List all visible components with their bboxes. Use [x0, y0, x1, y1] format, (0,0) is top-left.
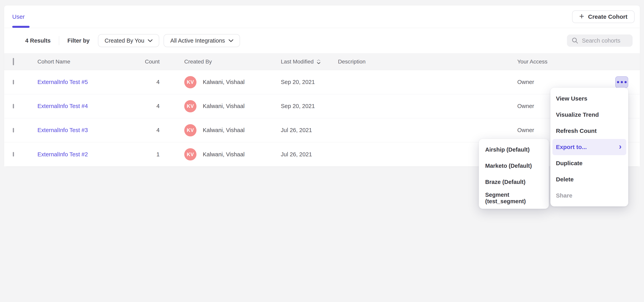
menu-item-export-to[interactable]: Export to... ›	[552, 139, 626, 155]
column-header-description: Description	[338, 58, 517, 65]
row-checkbox[interactable]	[13, 80, 14, 84]
tab-user-label: User	[12, 14, 25, 20]
submenu-item-marketo[interactable]: Marketo (Default)	[479, 158, 549, 174]
column-header-cohort-name: Cohort Name	[38, 58, 126, 65]
last-modified-date: Sep 20, 2021	[281, 103, 315, 109]
access-value: Owner	[517, 79, 534, 85]
submenu-item-airship[interactable]: Airship (Default)	[479, 142, 549, 158]
chevron-down-icon	[228, 39, 233, 42]
create-cohort-button[interactable]: + Create Cohort	[572, 10, 634, 23]
select-all-checkbox[interactable]	[13, 58, 14, 65]
column-header-count: Count	[126, 58, 160, 65]
cohort-count: 4	[156, 103, 160, 109]
column-header-last-modified[interactable]: Last Modified	[281, 58, 338, 65]
last-modified-date: Jul 26, 2021	[281, 127, 312, 133]
cohorts-page: User + Create Cohort 4 Results Filter by…	[0, 0, 644, 302]
row-checkbox[interactable]	[13, 152, 14, 156]
access-value: Owner	[517, 103, 534, 109]
menu-item-share: Share	[552, 188, 626, 204]
export-submenu: Airship (Default) Marketo (Default) Braz…	[479, 139, 549, 209]
avatar: KV	[184, 148, 196, 160]
column-header-created-by: Created By	[160, 58, 281, 65]
filter-by-label: Filter by	[68, 38, 90, 44]
menu-item-visualize-trend[interactable]: Visualize Trend	[552, 107, 626, 123]
created-by-filter-label: Created By You	[105, 38, 144, 44]
menu-item-view-users[interactable]: View Users	[552, 90, 626, 107]
table-header: Cohort Name Count Created By Last Modifi…	[4, 53, 640, 70]
search-input[interactable]	[582, 38, 628, 44]
tab-bar: User + Create Cohort	[4, 6, 640, 28]
menu-item-duplicate[interactable]: Duplicate	[552, 155, 626, 171]
cohort-name-link[interactable]: ExternalInfo Test #3	[38, 127, 88, 133]
active-tab-underline	[12, 26, 30, 28]
last-modified-date: Jul 26, 2021	[281, 151, 312, 158]
cohort-count: 4	[156, 79, 160, 85]
chevron-down-icon	[148, 39, 152, 42]
tab-user[interactable]: User	[12, 6, 25, 28]
avatar: KV	[184, 76, 196, 88]
table-row: ExternalInfo Test #3 4 KV Kalwani, Visha…	[4, 118, 640, 142]
cohort-count: 4	[156, 127, 160, 133]
menu-item-delete[interactable]: Delete	[552, 171, 626, 188]
created-by-name: Kalwani, Vishaal	[203, 79, 244, 85]
row-actions-menu: View Users Visualize Trend Refresh Count…	[550, 88, 628, 206]
cohort-count: 1	[156, 151, 160, 158]
cohort-name-link[interactable]: ExternalInfo Test #4	[38, 103, 88, 109]
integrations-filter-dropdown[interactable]: All Active Integrations	[164, 34, 240, 47]
table-row: ExternalInfo Test #4 4 KV Kalwani, Visha…	[4, 94, 640, 118]
table-row: ExternalInfo Test #5 4 KV Kalwani, Visha…	[4, 70, 640, 94]
sort-icon	[317, 59, 320, 64]
avatar: KV	[184, 124, 196, 136]
row-checkbox[interactable]	[13, 104, 14, 108]
created-by-name: Kalwani, Vishaal	[203, 103, 244, 110]
submenu-arrow-icon: ›	[619, 142, 622, 150]
cohort-name-link[interactable]: ExternalInfo Test #5	[38, 79, 88, 85]
created-by-filter-dropdown[interactable]: Created By You	[98, 34, 160, 47]
created-by-name: Kalwani, Vishaal	[203, 127, 244, 134]
filter-toolbar: 4 Results Filter by Created By You All A…	[4, 28, 640, 53]
create-cohort-label: Create Cohort	[588, 14, 628, 20]
submenu-item-segment[interactable]: Segment (test_segment)	[479, 190, 549, 206]
row-checkbox[interactable]	[13, 128, 14, 132]
submenu-item-braze[interactable]: Braze (Default)	[479, 174, 549, 190]
results-count: 4 Results	[25, 38, 51, 44]
menu-item-refresh-count[interactable]: Refresh Count	[552, 123, 626, 139]
row-actions-button[interactable]	[615, 76, 628, 88]
plus-icon: +	[579, 12, 584, 20]
integrations-filter-label: All Active Integrations	[170, 38, 225, 44]
last-modified-date: Sep 20, 2021	[281, 79, 315, 85]
access-value: Owner	[517, 127, 534, 133]
cohort-name-link[interactable]: ExternalInfo Test #2	[38, 151, 88, 158]
created-by-name: Kalwani, Vishaal	[203, 151, 244, 158]
avatar: KV	[184, 100, 196, 112]
ellipsis-icon	[617, 81, 627, 83]
search-box	[567, 34, 632, 47]
search-icon	[572, 37, 578, 44]
column-header-your-access: Your Access	[517, 58, 615, 65]
